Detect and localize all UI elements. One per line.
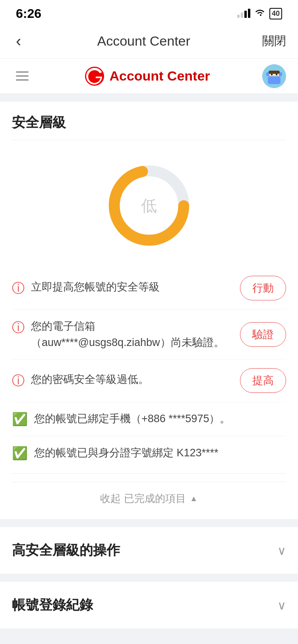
login-history-row[interactable]: 帳號登錄紀錄 ∨ bbox=[12, 582, 286, 629]
security-item-text-1: 立即提高您帳號的安全等級 bbox=[31, 279, 160, 295]
security-item-2: ⓘ 您的電子信箱（auw****@usgs8q.ziahbw）尚未驗證。 驗證 bbox=[12, 310, 286, 359]
band-3 bbox=[0, 574, 298, 582]
warning-icon-2: ⓘ bbox=[12, 319, 25, 336]
login-history-title: 帳號登錄紀錄 bbox=[12, 596, 93, 614]
wifi-icon bbox=[254, 8, 265, 19]
donut-chart-container: 低 bbox=[12, 148, 286, 267]
band-4 bbox=[0, 629, 298, 644]
close-button[interactable]: 關閉 bbox=[262, 33, 286, 49]
status-time: 6:26 bbox=[16, 6, 41, 21]
svg-rect-8 bbox=[268, 76, 281, 84]
svg-rect-4 bbox=[276, 74, 277, 75]
check-icon-2: ✅ bbox=[12, 446, 28, 461]
login-history-section: 帳號登錄紀錄 ∨ bbox=[0, 582, 298, 629]
brand-name: Account Center bbox=[109, 68, 210, 84]
brand-center: Account Center bbox=[85, 66, 210, 86]
donut-chart: 低 bbox=[103, 160, 195, 251]
band-2 bbox=[0, 519, 298, 527]
hamburger-menu[interactable] bbox=[12, 67, 33, 85]
action-button-2[interactable]: 驗證 bbox=[240, 322, 286, 347]
svg-rect-3 bbox=[271, 74, 273, 75]
action-button-3[interactable]: 提高 bbox=[240, 368, 286, 393]
security-item-3: ⓘ 您的密碼安全等級過低。 提高 bbox=[12, 359, 286, 402]
back-button[interactable]: ‹ bbox=[12, 28, 25, 54]
avatar[interactable] bbox=[262, 64, 286, 88]
security-items-list: ⓘ 立即提高您帳號的安全等級 行動 ⓘ 您的電子信箱（auw****@usgs8… bbox=[12, 267, 286, 473]
status-icons: 40 bbox=[237, 8, 282, 19]
high-security-section: 高安全層級的操作 ∨ bbox=[0, 527, 298, 574]
nav-bar: ‹ Account Center 關閉 bbox=[0, 24, 298, 59]
collapse-row[interactable]: 收起 已完成的項目 ▲ bbox=[12, 482, 286, 515]
band-1 bbox=[0, 94, 298, 102]
status-bar: 6:26 40 bbox=[0, 0, 298, 24]
signal-icon bbox=[237, 9, 250, 18]
high-security-arrow: ∨ bbox=[277, 544, 286, 557]
security-item-text-3: 您的密碼安全等級過低。 bbox=[31, 371, 149, 388]
collapse-arrow: ▲ bbox=[190, 494, 198, 503]
safety-title: 安全層級 bbox=[12, 113, 286, 132]
security-item-5: ✅ 您的帳號已與身分證字號綁定 K123**** bbox=[12, 436, 286, 470]
login-history-arrow: ∨ bbox=[277, 598, 286, 612]
warning-icon-3: ⓘ bbox=[12, 372, 25, 390]
check-icon-1: ✅ bbox=[12, 411, 28, 427]
action-button-1[interactable]: 行動 bbox=[240, 276, 286, 300]
donut-label: 低 bbox=[141, 195, 157, 217]
safety-divider bbox=[12, 140, 286, 140]
security-item-text-4: 您的帳號已綁定手機（+886 ****5975）。 bbox=[34, 411, 230, 427]
high-security-row[interactable]: 高安全層級的操作 ∨ bbox=[12, 527, 286, 574]
garena-logo bbox=[85, 66, 104, 86]
security-item-1: ⓘ 立即提高您帳號的安全等級 行動 bbox=[12, 267, 286, 310]
collapse-text: 收起 已完成的項目 bbox=[100, 492, 186, 506]
security-item-text-2: 您的電子信箱（auw****@usgs8q.ziahbw）尚未驗證。 bbox=[31, 318, 232, 350]
safety-section: 安全層級 低 ⓘ 立即提高您帳號的安全等級 行動 ⓘ bbox=[0, 102, 298, 519]
security-item-text-5: 您的帳號已與身分證字號綁定 K123**** bbox=[34, 445, 219, 461]
brand-header: Account Center bbox=[0, 59, 298, 94]
battery-icon: 40 bbox=[269, 8, 282, 19]
warning-icon-1: ⓘ bbox=[12, 280, 25, 297]
high-security-title: 高安全層級的操作 bbox=[12, 541, 120, 559]
svg-rect-9 bbox=[269, 71, 280, 74]
nav-title: Account Center bbox=[97, 33, 190, 49]
security-item-4: ✅ 您的帳號已綁定手機（+886 ****5975）。 bbox=[12, 402, 286, 436]
collapse-divider bbox=[12, 473, 286, 474]
